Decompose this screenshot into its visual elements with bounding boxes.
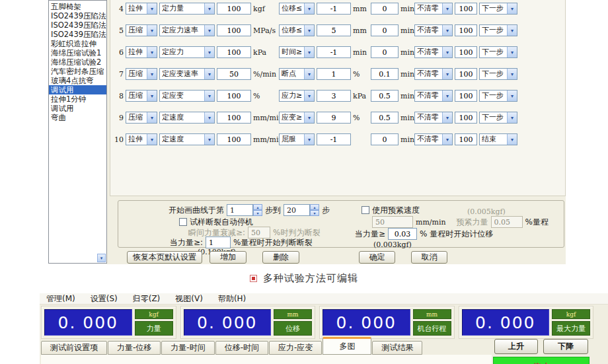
curve-to-spinner[interactable]: ▴▾ [284,204,319,216]
end-condition-select[interactable]: 应力≥ ▾ [279,90,315,102]
next-action-select[interactable]: 下一步 ▾ [479,90,517,102]
next-speed-input[interactable] [455,68,477,80]
method-list-item[interactable]: 汽车密封条压缩 [49,67,106,76]
condition-value-input[interactable] [317,46,351,58]
spin-up-icon[interactable]: ▴ [253,204,262,210]
hold-time-input[interactable] [371,46,399,58]
zero-mode-select[interactable]: 不清零 ▾ [414,3,453,15]
end-condition-select[interactable]: 位移≤ ▾ [279,3,315,15]
preload-force-input[interactable] [491,216,523,228]
condition-value-input[interactable] [317,90,351,102]
next-action-select[interactable]: 下一步 ▾ [479,46,517,58]
direction-select[interactable]: 压缩 ▾ [126,112,157,124]
method-list-item[interactable]: 彩虹织造拉伸 [49,39,106,48]
method-list-item[interactable]: 五脚椅架 [49,2,106,11]
next-action-select[interactable]: 下一步 ▾ [479,68,517,80]
menu-item[interactable]: 视图(V) [174,293,204,305]
condition-value-input[interactable] [317,133,351,145]
condition-value-input[interactable] [317,112,351,124]
method-list-item[interactable]: 调试用 [49,85,106,94]
next-speed-input[interactable] [455,46,477,58]
direction-select[interactable]: 压缩 ▾ [126,24,157,36]
stop-button[interactable]: 停止 [493,357,589,364]
curve-from-spinner[interactable]: ▴▾ [227,204,262,216]
restore-defaults-button[interactable]: 恢复本页默认设置 [127,251,202,264]
next-action-select[interactable]: 下一步 ▾ [479,3,517,15]
next-action-select[interactable]: 下一步 ▾ [479,112,517,124]
method-list-item[interactable]: ISO2439压陷法 [49,30,106,39]
tab[interactable]: 力量-时间 [161,341,214,355]
tab[interactable]: 测试结果 [372,341,422,355]
menu-item[interactable]: 归零(Z) [132,293,162,305]
tab[interactable]: 应力-应变 [269,341,322,355]
tab[interactable]: 力量-位移 [108,341,161,355]
next-speed-input[interactable] [455,90,477,102]
direction-select[interactable]: 压缩 ▾ [126,90,157,102]
direction-select[interactable]: 拉伸 ▾ [126,133,157,145]
next-speed-input[interactable] [455,112,477,124]
method-list-item[interactable]: ISO2439压陷法 [49,11,106,20]
control-mode-select[interactable]: 定应变 ▾ [159,90,215,102]
target-value-input[interactable] [217,46,251,58]
hold-time-input[interactable] [371,112,399,124]
hold-time-input[interactable] [371,68,399,80]
tab[interactable]: 位移-时间 [215,341,268,355]
end-condition-select[interactable]: 应变≥ ▾ [279,112,315,124]
target-value-input[interactable] [217,3,251,15]
menu-item[interactable]: 帮助(H) [217,293,247,305]
curve-from-input[interactable] [227,204,253,216]
jog-down-button[interactable]: 下降 [543,339,588,354]
next-speed-input[interactable] [455,24,477,36]
direction-select[interactable]: 拉伸 ▾ [126,3,157,15]
delete-button[interactable]: 删除 [262,251,299,264]
jog-up-button[interactable]: 上升 [494,339,538,354]
method-list-item[interactable]: 海绵压缩试验1 [49,48,106,57]
zero-mode-select[interactable]: 不清零 ▾ [414,90,453,102]
zero-mode-select[interactable]: 不清零 ▾ [414,24,453,36]
hold-time-input[interactable] [371,3,399,15]
end-condition-select[interactable]: 断点 ▾ [279,68,315,80]
condition-value-input[interactable] [317,3,351,15]
method-list-item[interactable]: ISO2439压陷法 [49,20,106,30]
control-mode-select[interactable]: 定应变速率 ▾ [159,68,215,80]
tab[interactable]: 测试前设置项 [41,341,107,355]
next-action-select[interactable]: 结束 ▾ [479,133,517,145]
spin-up-icon[interactable]: ▴ [310,204,319,210]
tab[interactable]: 多图 [323,337,371,355]
spin-down-icon[interactable]: ▾ [310,210,319,216]
control-mode-select[interactable]: 定速度 ▾ [159,133,215,145]
zero-mode-select[interactable]: 不清零 ▾ [414,133,453,145]
method-list-item[interactable]: 拉伸1分钟 [49,94,106,104]
next-speed-input[interactable] [455,133,477,145]
preload-speed-checkbox[interactable] [361,206,369,214]
direction-select[interactable]: 拉伸 ▾ [126,46,157,58]
target-value-input[interactable] [217,133,251,145]
method-list-item[interactable]: 玻璃4点抗弯 [49,76,106,85]
target-value-input[interactable] [217,24,251,36]
end-condition-select[interactable]: 时间≥ ▾ [279,46,315,58]
target-value-input[interactable] [217,68,251,80]
ok-button[interactable]: 确定 [359,251,395,264]
control-mode-select[interactable]: 定应力 ▾ [159,46,215,58]
end-condition-select[interactable]: 位移≤ ▾ [279,24,315,36]
zero-mode-select[interactable]: 不清零 ▾ [414,112,453,124]
add-button[interactable]: 增加 [209,251,247,264]
cancel-button[interactable]: 取消 [411,251,447,264]
hold-time-input[interactable] [371,24,399,36]
spin-down-icon[interactable]: ▾ [253,210,262,216]
direction-select[interactable]: 压缩 ▾ [126,68,157,80]
condition-value-input[interactable] [317,24,351,36]
break-autostop-checkbox[interactable] [179,218,187,226]
method-list-item[interactable]: 弯曲 [49,113,106,122]
method-list-item[interactable]: 海绵压缩试验2 [49,57,106,67]
next-speed-input[interactable] [455,3,477,15]
menu-item[interactable]: 管理(M) [45,293,77,305]
preload-speed-input[interactable] [372,216,413,228]
control-mode-select[interactable]: 定力量 ▾ [159,3,215,15]
method-list-item[interactable]: 调试用 [49,104,106,113]
control-mode-select[interactable]: 定速度 ▾ [159,112,215,124]
target-value-input[interactable] [217,112,251,124]
zero-mode-select[interactable]: 不清零 ▾ [414,68,453,80]
curve-to-input[interactable] [284,204,310,216]
list-scroll-down-button[interactable]: ▾ [97,254,106,262]
